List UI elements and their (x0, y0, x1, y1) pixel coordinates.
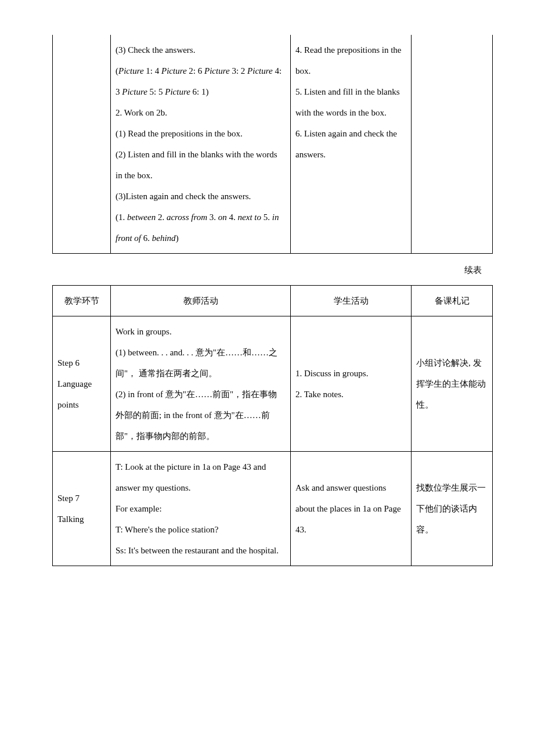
text: 6. (141, 233, 152, 243)
italic-text: between (127, 213, 156, 222)
text-line: For example: (116, 498, 286, 519)
header-teacher: 教师活动 (111, 286, 291, 316)
text-line: 5. Listen and fill in the blanks with th… (295, 81, 406, 123)
cell-step-label: Step 7 Talking (53, 452, 111, 566)
cell-teacher-activity: (3) Check the answers. (Picture 1: 4 Pic… (111, 35, 291, 254)
table-row: Step 7 Talking T: Look at the picture in… (53, 452, 493, 566)
cell-notes: 小组讨论解决, 发挥学生的主体能动性。 (412, 316, 493, 452)
cell-notes (412, 35, 493, 254)
text-line: (2) in front of 意为"在……前面"，指在事物外部的前面; in … (116, 384, 286, 447)
text: 2: 6 (187, 66, 204, 75)
text: 5. (261, 213, 272, 222)
text: 1: 4 (144, 66, 161, 75)
italic-text: behind (152, 233, 176, 243)
text: 5: 5 (147, 87, 165, 96)
continued-label: 续表 (52, 260, 482, 280)
text-line: 2. Work on 2b. (116, 102, 286, 123)
table-row: Step 6 Language points Work in groups. (… (53, 316, 493, 452)
text: (1. (116, 213, 127, 222)
text-line: Work in groups. (116, 321, 286, 342)
italic-text: on (218, 213, 227, 222)
text-line: (2) Listen and fill in the blanks with t… (116, 144, 286, 186)
text-line: 1. Discuss in groups. (295, 363, 406, 384)
cell-empty (53, 35, 111, 254)
text-line: (1. between 2. across from 3. on 4. next… (116, 207, 286, 249)
cell-step-label: Step 6 Language points (53, 316, 111, 452)
table-row: (3) Check the answers. (Picture 1: 4 Pic… (53, 35, 493, 254)
italic-text: Picture (118, 66, 144, 75)
text: 2. (156, 213, 167, 222)
text: 4. (227, 213, 238, 222)
italic-text: Picture (122, 87, 147, 96)
header-student: 学生活动 (291, 286, 412, 316)
header-notes: 备课札记 (412, 286, 493, 316)
text-line: T: Look at the picture in 1a on Page 43 … (116, 456, 286, 498)
text-line: T: Where's the police station? (116, 519, 286, 540)
cell-student-activity: 4. Read the prepositions in the box. 5. … (291, 35, 412, 254)
text-line: (3) Check the answers. (116, 39, 286, 60)
text-line: (3)Listen again and check the answers. (116, 186, 286, 207)
italic-text: Picture (161, 66, 187, 75)
text-line: (1) Read the prepositions in the box. (116, 123, 286, 144)
cell-teacher-activity: Work in groups. (1) between. . . and. . … (111, 316, 291, 452)
cell-notes: 找数位学生展示一下他们的谈话内容。 (412, 452, 493, 566)
cell-student-activity: 1. Discuss in groups. 2. Take notes. (291, 316, 412, 452)
text: 6: 1) (190, 87, 209, 96)
text-line: Ss: It's between the restaurant and the … (116, 540, 286, 561)
italic-text: Picture (247, 66, 273, 75)
lesson-table-part1: (3) Check the answers. (Picture 1: 4 Pic… (52, 35, 493, 254)
text: 3: 2 (230, 66, 247, 75)
cell-student-activity: Ask and answer questions about the place… (291, 452, 412, 566)
italic-text: Picture (204, 66, 230, 75)
table-header-row: 教学环节 教师活动 学生活动 备课札记 (53, 286, 493, 316)
italic-text: Picture (165, 87, 190, 96)
cell-teacher-activity: T: Look at the picture in 1a on Page 43 … (111, 452, 291, 566)
text-line: 2. Take notes. (295, 384, 406, 405)
text-line: (1) between. . . and. . . 意为"在……和……之间"， … (116, 342, 286, 384)
text-line: 4. Read the prepositions in the box. (295, 39, 406, 81)
text: 3. (207, 213, 218, 222)
text: ) (176, 233, 179, 243)
text-line: (Picture 1: 4 Picture 2: 6 Picture 3: 2 … (116, 60, 286, 102)
italic-text: across from (167, 213, 207, 222)
italic-text: next to (238, 213, 261, 222)
header-stage: 教学环节 (53, 286, 111, 316)
text-line: 6. Listen again and check the answers. (295, 123, 406, 165)
lesson-table-part2: 教学环节 教师活动 学生活动 备课札记 Step 6 Language poin… (52, 285, 493, 566)
